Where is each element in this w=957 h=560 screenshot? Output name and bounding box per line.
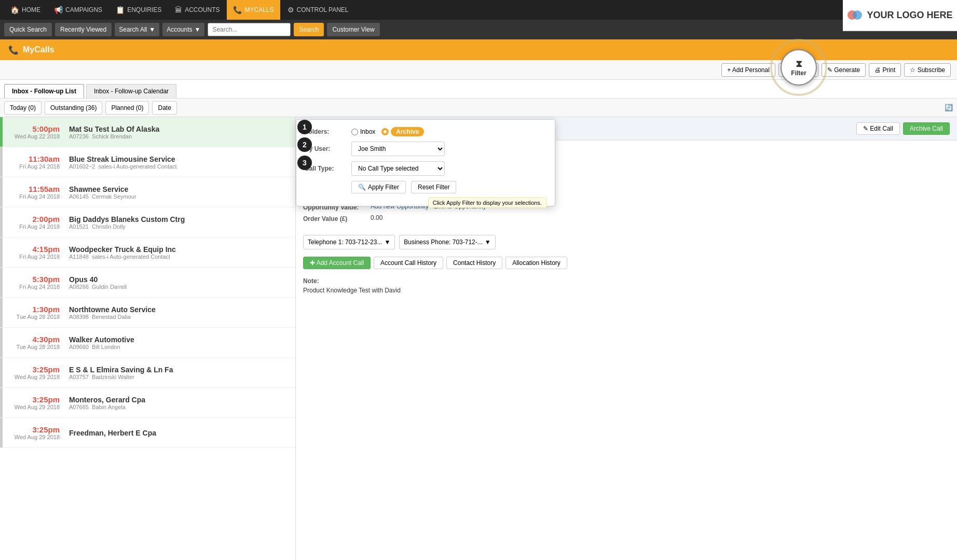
call-list-item-9[interactable]: 3:25pm Wed Aug 29 2018 Monteros, Gerard …	[0, 388, 295, 418]
refresh-icon[interactable]: 🔄	[945, 104, 953, 111]
account-btns-row: ✚ Add Account Call Account Call History …	[296, 254, 957, 272]
call-time-block-0: 5:00pm Wed Aug 22 2018	[3, 117, 65, 147]
account-call-history-btn[interactable]: Account Call History	[374, 257, 443, 269]
search-bar: Quick Search Recently Viewed Search All …	[0, 20, 957, 39]
customer-view-btn[interactable]: Customer View	[327, 23, 379, 36]
field-order-value: Order Value (£) 0.00	[303, 214, 950, 222]
call-info-2: Shawnee Service A06145 Cermak Seymour	[65, 177, 295, 207]
filter-planned-btn[interactable]: Planned (0)	[105, 101, 149, 115]
archive-radio-inner	[384, 130, 387, 133]
archive-call-btn[interactable]: Archive Call	[903, 122, 950, 135]
svg-point-1	[853, 10, 862, 20]
generate-btn[interactable]: ✎ Generate	[822, 63, 866, 77]
detail-actions-right: ✎ Edit Call Archive Call	[856, 122, 950, 135]
filter-today-btn[interactable]: Today (0)	[4, 101, 42, 115]
nav-mycalls[interactable]: 📞 MYCALLS	[227, 0, 280, 20]
inbox-radio[interactable]: Inbox	[351, 128, 375, 135]
contact-history-btn[interactable]: Contact History	[446, 257, 502, 269]
call-time-block-9: 3:25pm Wed Aug 29 2018	[3, 388, 65, 417]
phone2-dropdown[interactable]: Business Phone: 703-712-... ▼	[399, 235, 495, 249]
inbox-radio-input[interactable]	[351, 129, 358, 135]
filter-popup: 1 Folders: Inbox Archive 2 By User:	[296, 119, 555, 206]
filter-by-user-row: By User: Joe Smith	[305, 142, 546, 156]
archive-radio[interactable]: Archive	[381, 127, 424, 136]
call-time-block-3: 2:00pm Fri Aug 24 2018	[3, 207, 65, 237]
call-info-5: Opus 40 A08266 Guldin Darrell	[65, 268, 295, 297]
search-input[interactable]	[208, 23, 291, 36]
call-list-item-10[interactable]: 3:25pm Wed Aug 29 2018 Freedman, Herbert…	[0, 418, 295, 448]
filter-circle-highlight: ⧗ Filter	[770, 39, 827, 96]
home-icon: 🏠	[10, 6, 19, 14]
call-list-item-4[interactable]: 4:15pm Fri Aug 24 2018 Woodpecker Truck …	[0, 237, 295, 268]
tab-followup-list[interactable]: Inbox - Follow-up List	[4, 84, 84, 98]
call-info-3: Big Daddys Blaneks Custom Ctrg A01521 Ch…	[65, 207, 295, 237]
call-list-item-3[interactable]: 2:00pm Fri Aug 24 2018 Big Daddys Blanek…	[0, 207, 295, 237]
call-time-block-2: 11:55am Fri Aug 24 2018	[3, 177, 65, 207]
allocation-history-btn[interactable]: Allocation History	[505, 257, 567, 269]
filter-button-area: ⧗ Filter	[770, 39, 827, 96]
call-list-item-2[interactable]: 11:55am Fri Aug 24 2018 Shawnee Service …	[0, 177, 295, 207]
filter-date-btn[interactable]: Date	[152, 101, 176, 115]
edit-call-btn[interactable]: ✎ Edit Call	[856, 122, 900, 135]
phone2-dropdown-arrow-icon: ▼	[485, 239, 491, 246]
accounts-dropdown[interactable]: Accounts ▼	[162, 23, 204, 36]
by-user-select[interactable]: Joe Smith	[351, 142, 445, 156]
call-info-9: Monteros, Gerard Cpa A07665 Babin Angela	[65, 388, 295, 417]
mycalls-icon: 📞	[233, 6, 242, 14]
nav-home[interactable]: 🏠 HOME	[4, 0, 47, 20]
call-list-item-5[interactable]: 5:30pm Fri Aug 24 2018 Opus 40 A08266 Gu…	[0, 268, 295, 298]
archive-radio-indicator	[381, 128, 389, 135]
call-info-4: Woodpecker Truck & Equip Inc A11848 sale…	[65, 237, 295, 267]
call-time-block-4: 4:15pm Fri Aug 24 2018	[3, 237, 65, 267]
phone1-dropdown[interactable]: Telephone 1: 703-712-23... ▼	[303, 235, 395, 249]
filter-outstanding-btn[interactable]: Outstanding (36)	[45, 101, 102, 115]
note-section: Note: Product Knowledge Test with David	[296, 272, 957, 299]
call-info-7: Walker Automotive A09660 Bill London	[65, 328, 295, 357]
reset-filter-btn[interactable]: Reset Filter	[411, 181, 456, 193]
call-list-item-0[interactable]: 5:00pm Wed Aug 22 2018 Mat Su Test Lab O…	[0, 117, 295, 147]
filter-action-row: 🔍 Apply Filter Reset Filter Click Apply …	[305, 181, 546, 193]
call-time-block-10: 3:25pm Wed Aug 29 2018	[3, 418, 65, 447]
step3-badge: 3	[297, 156, 312, 170]
call-time-block-1: 11:30am Fri Aug 24 2018	[3, 147, 65, 177]
call-list-item-1[interactable]: 11:30am Fri Aug 24 2018 Blue Streak Limo…	[0, 147, 295, 177]
accounts-dropdown-arrow-icon: ▼	[194, 26, 200, 33]
call-type-select[interactable]: No Call Type selected	[351, 161, 445, 176]
dropdown-arrow-icon: ▼	[149, 26, 155, 33]
control-panel-icon: ⚙	[288, 6, 294, 14]
print-btn[interactable]: 🖨 Print	[869, 63, 901, 77]
filter-funnel-icon: ⧗	[796, 59, 802, 69]
enquiries-icon: 📋	[116, 6, 125, 14]
mycalls-icon-header: 📞	[8, 45, 19, 55]
tab-followup-calendar[interactable]: Inbox - Follow-up Calendar	[86, 84, 176, 98]
nav-campaigns[interactable]: 📢 CAMPAIGNS	[48, 0, 108, 20]
filter-tooltip: Click Apply Filter to display your selec…	[428, 198, 546, 208]
call-info-0: Mat Su Test Lab Of Alaska A07236 Schick …	[65, 117, 295, 147]
filter-call-type-row: Call Type: No Call Type selected	[305, 161, 546, 176]
add-account-call-btn[interactable]: ✚ Add Account Call	[303, 257, 371, 269]
call-list: 5:00pm Wed Aug 22 2018 Mat Su Test Lab O…	[0, 117, 296, 560]
phone1-dropdown-arrow-icon: ▼	[384, 239, 390, 246]
recently-viewed-btn[interactable]: Recently Viewed	[55, 23, 112, 36]
call-list-item-8[interactable]: 3:25pm Wed Aug 29 2018 E S & L Elmira Sa…	[0, 358, 295, 388]
call-info-6: Northtowne Auto Service A08398 Benestad …	[65, 298, 295, 327]
search-submit-btn[interactable]: Search	[294, 23, 324, 36]
logo-area: YOUR LOGO HERE	[843, 0, 957, 31]
filter-tags-row: Today (0) Outstanding (36) Planned (0) D…	[0, 99, 957, 117]
quick-search-btn[interactable]: Quick Search	[4, 23, 52, 36]
call-list-item-7[interactable]: 4:30pm Tue Aug 28 2018 Walker Automotive…	[0, 328, 295, 358]
call-list-item-6[interactable]: 1:30pm Tue Aug 28 2018 Northtowne Auto S…	[0, 298, 295, 328]
add-personal-btn[interactable]: + Add Personal	[721, 63, 775, 77]
call-time-block-8: 3:25pm Wed Aug 29 2018	[3, 358, 65, 387]
subscribe-btn[interactable]: ☆ Subscribe	[904, 63, 951, 77]
accounts-icon: 🏛	[175, 6, 182, 14]
nav-enquiries[interactable]: 📋 ENQUIRIES	[110, 0, 168, 20]
search-all-dropdown[interactable]: Search All ▼	[115, 23, 159, 36]
mycalls-title: MyCalls	[23, 45, 54, 54]
call-time-block-7: 4:30pm Tue Aug 28 2018	[3, 328, 65, 357]
apply-filter-btn[interactable]: 🔍 Apply Filter	[351, 181, 406, 193]
nav-control-panel[interactable]: ⚙ CONTROL PANEL	[281, 0, 355, 20]
call-time-block-6: 1:30pm Tue Aug 28 2018	[3, 298, 65, 327]
filter-main-btn[interactable]: ⧗ Filter	[781, 49, 817, 86]
nav-accounts[interactable]: 🏛 ACCOUNTS	[169, 0, 226, 20]
